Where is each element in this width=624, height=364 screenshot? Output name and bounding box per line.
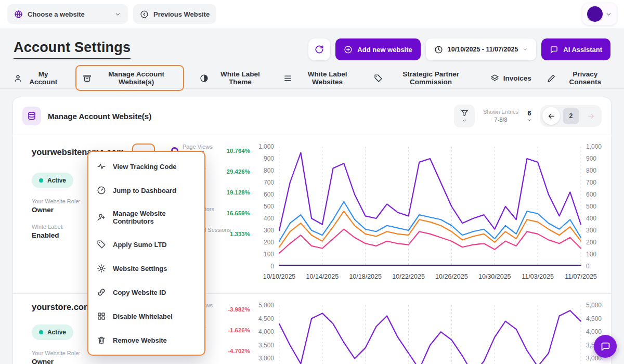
- tab-invoices[interactable]: Invoices: [490, 74, 531, 83]
- page-title: Account Settings: [14, 40, 131, 59]
- menu-item-manage-website-contributors[interactable]: Manage Website Contributors: [88, 202, 204, 232]
- menu-item-label: Jump to Dashboard: [113, 187, 176, 194]
- chart-area: 005005001,0001,0001,5001,5002,0002,0002,…: [255, 294, 611, 364]
- previous-website-button[interactable]: Previous Website: [133, 4, 216, 24]
- status-label: Active: [47, 177, 66, 184]
- topbar: Choose a website Previous Website: [0, 0, 624, 28]
- stat-change: 10.764%: [227, 148, 250, 154]
- svg-text:4,500: 4,500: [258, 315, 274, 322]
- tab-label: Strategic Partner Commission: [387, 70, 474, 86]
- avatar: [587, 6, 603, 22]
- next-page-button[interactable]: [582, 107, 600, 125]
- menu-item-label: Apply Sumo LTD: [113, 241, 167, 249]
- plus-circle-icon: [344, 45, 353, 54]
- arrow-left-circle-icon: [140, 10, 149, 19]
- menu-item-label: Website Settings: [113, 265, 167, 272]
- menu-item-label: Manage Website Contributors: [113, 210, 196, 225]
- pen-icon: [547, 74, 556, 83]
- card-header: Manage Account Website(s) Shown Entries …: [13, 97, 611, 135]
- menu-item-remove-website[interactable]: Remove Website: [88, 328, 204, 352]
- stat-change: 1.333%: [230, 231, 250, 237]
- menu-item-apply-sumo-ltd[interactable]: Apply Sumo LTD: [88, 232, 204, 256]
- refresh-button[interactable]: [308, 38, 330, 60]
- list-icon: [283, 74, 292, 83]
- svg-text:300: 300: [586, 227, 596, 234]
- chat-icon: [550, 45, 558, 54]
- tab-white-label-theme[interactable]: White Label Theme: [200, 70, 268, 86]
- svg-text:5,000: 5,000: [586, 302, 602, 309]
- menu-item-label: Copy Website ID: [113, 289, 166, 296]
- status-badge: Active: [32, 173, 73, 188]
- stat-change: -3.982%: [228, 306, 250, 313]
- ai-assistant-button[interactable]: AI Assistant: [541, 38, 610, 60]
- svg-text:10/14/2025: 10/14/2025: [306, 273, 339, 280]
- pagination: 2: [540, 105, 602, 127]
- svg-text:500: 500: [586, 203, 596, 210]
- tab-white-label-websites[interactable]: White Label Websites: [283, 70, 359, 86]
- add-new-website-button[interactable]: Add new website: [335, 38, 420, 60]
- add-new-website-label: Add new website: [357, 46, 412, 54]
- shown-entries-label: Shown Entries: [483, 108, 518, 116]
- shown-entries: Shown Entries 7-8/8: [483, 108, 518, 124]
- svg-text:11/07/2025: 11/07/2025: [565, 273, 597, 280]
- svg-text:200: 200: [586, 239, 596, 246]
- stat-change: -1.626%: [228, 327, 250, 333]
- menu-item-jump-to-dashboard[interactable]: Jump to Dashboard: [88, 178, 204, 202]
- menu-item-copy-website-id[interactable]: Copy Website ID: [88, 280, 204, 304]
- svg-text:0: 0: [586, 263, 590, 270]
- choose-website-label: Choose a website: [28, 10, 85, 18]
- chevron-down-icon: [605, 11, 612, 18]
- choose-website-dropdown[interactable]: Choose a website: [7, 4, 128, 24]
- svg-text:10/22/2025: 10/22/2025: [392, 273, 425, 280]
- stat-change: 29.426%: [227, 168, 250, 175]
- chat-icon: [600, 341, 611, 352]
- link-icon: [97, 288, 106, 297]
- tag-icon: [374, 74, 383, 83]
- shown-entries-value: 7-8/8: [483, 116, 518, 124]
- user-icon: [14, 74, 22, 83]
- chat-launcher-button[interactable]: [594, 335, 617, 358]
- tab-label: Privacy Consents: [560, 70, 610, 86]
- chart-area: 0010010020020030030040040050050060060070…: [255, 135, 611, 293]
- head-actions: Add new website 10/10/2025 - 11/07/2025 …: [308, 38, 610, 60]
- menu-item-view-tracking-code[interactable]: View Tracking Code: [88, 154, 204, 178]
- previous-page-button[interactable]: [542, 107, 560, 125]
- globe-icon: [14, 10, 23, 19]
- tab-my-account[interactable]: My Account: [14, 70, 60, 86]
- svg-text:100: 100: [586, 251, 596, 258]
- tab-label: White Label Websites: [296, 70, 359, 86]
- activity-icon: [97, 162, 106, 171]
- ai-assistant-label: AI Assistant: [563, 46, 602, 54]
- svg-text:600: 600: [586, 191, 596, 198]
- menu-item-label: Disable Whitelabel: [113, 313, 173, 320]
- status-label: Active: [47, 329, 66, 336]
- svg-text:0: 0: [270, 263, 274, 270]
- svg-text:1,000: 1,000: [586, 143, 602, 150]
- website-domain: yourstore.com: [32, 302, 92, 312]
- tab-manage-account-websites[interactable]: Manage Account Website(s): [75, 65, 184, 91]
- tab-strategic-partner-commission[interactable]: Strategic Partner Commission: [374, 70, 474, 86]
- clock-icon: [434, 45, 443, 54]
- date-range-label: 10/10/2025 - 11/07/2025: [448, 46, 518, 53]
- chevron-down-icon: [114, 11, 121, 18]
- menu-item-website-settings[interactable]: Website Settings: [88, 256, 204, 280]
- database-icon: [27, 111, 36, 121]
- page: Choose a website Previous Website Accoun…: [0, 0, 624, 364]
- gear-icon: [97, 264, 106, 273]
- svg-text:600: 600: [264, 191, 274, 198]
- page-size-select[interactable]: 6: [527, 110, 532, 123]
- stat-change: 16.659%: [227, 210, 250, 216]
- current-page-indicator: 2: [563, 108, 579, 124]
- svg-text:700: 700: [264, 179, 274, 186]
- menu-item-disable-whitelabel[interactable]: Disable Whitelabel: [88, 304, 204, 328]
- filter-button[interactable]: [454, 105, 475, 127]
- tab-privacy-consents[interactable]: Privacy Consents: [547, 70, 610, 86]
- refresh-icon: [314, 44, 324, 55]
- account-menu[interactable]: [582, 3, 617, 25]
- user-plus-icon: [97, 213, 106, 222]
- svg-text:500: 500: [264, 203, 274, 210]
- settings-tabs: My Account Manage Account Website(s) Whi…: [0, 64, 624, 88]
- database-icon-chip: [22, 107, 41, 125]
- svg-text:11/03/2025: 11/03/2025: [522, 273, 554, 280]
- date-range-picker[interactable]: 10/10/2025 - 11/07/2025: [426, 38, 537, 60]
